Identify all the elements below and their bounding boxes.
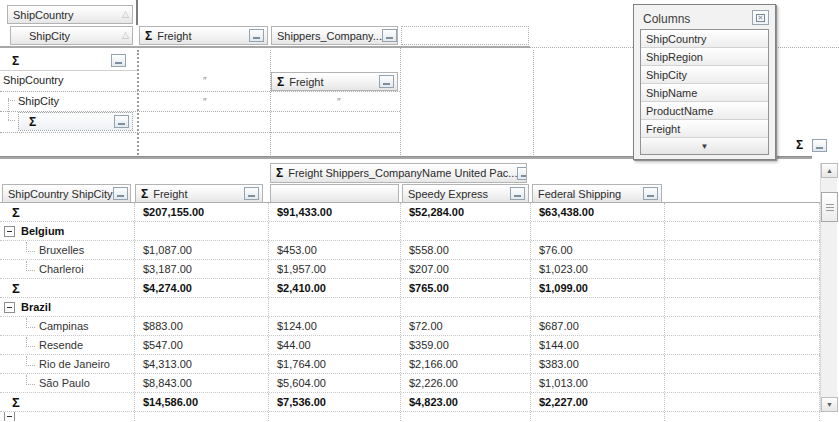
filter-dropdown-icon[interactable]: [113, 187, 128, 200]
cell-speedy-express[interactable]: $52,284.00: [400, 203, 530, 221]
field-list-item[interactable]: ShipCity: [641, 66, 768, 84]
layout-row-shipcity[interactable]: ShipCity: [18, 95, 59, 107]
cell-federal-shipping[interactable]: $383.00: [530, 355, 664, 373]
cell-freight-total[interactable]: $8,843.00: [134, 374, 268, 392]
field-list-item[interactable]: Freight: [641, 120, 768, 138]
grand-total-row-slot[interactable]: Σ: [2, 52, 133, 69]
row-header-cell[interactable]: Belgium: [0, 222, 134, 240]
collapse-icon[interactable]: [4, 226, 15, 237]
cell-freight-total[interactable]: $547.00: [134, 336, 268, 354]
filter-dropdown-icon[interactable]: [111, 54, 126, 67]
cell-speedy-express[interactable]: $2,166.00: [400, 355, 530, 373]
cell-freight-total[interactable]: $3,187.00: [134, 260, 268, 278]
cell-speedy-express[interactable]: [400, 222, 530, 240]
cell-federal-shipping[interactable]: $76.00: [530, 241, 664, 259]
cell-united-package[interactable]: $124.00: [268, 317, 400, 335]
cell-freight-total[interactable]: $14,586.00: [134, 393, 268, 411]
cell-speedy-express[interactable]: $558.00: [400, 241, 530, 259]
cell-freight-total[interactable]: $1,087.00: [134, 241, 268, 259]
filter-dropdown-icon[interactable]: [244, 187, 259, 200]
cell-united-package[interactable]: $2,410.00: [268, 279, 400, 297]
cell-speedy-express[interactable]: $2,226.00: [400, 374, 530, 392]
column-span-header[interactable]: Σ Freight Shippers_CompanyName United Pa…: [270, 163, 527, 183]
cell-federal-shipping[interactable]: $144.00: [530, 336, 664, 354]
filter-dropdown-icon[interactable]: [114, 115, 129, 128]
field-list-item[interactable]: ProductName: [641, 102, 768, 120]
filter-dropdown-icon[interactable]: [510, 187, 525, 200]
cell-speedy-express[interactable]: $359.00: [400, 336, 530, 354]
cell-federal-shipping[interactable]: $1,099.00: [530, 279, 664, 297]
row-header-cell[interactable]: Σ: [0, 393, 134, 411]
column-header-speedy-express[interactable]: Speedy Express: [402, 184, 529, 203]
filter-dropdown-icon[interactable]: [249, 29, 264, 42]
cell-united-package[interactable]: $91,433.00: [268, 203, 400, 221]
cell-freight-total[interactable]: $4,313.00: [134, 355, 268, 373]
scroll-up-icon[interactable]: ▲: [821, 163, 838, 178]
cell-speedy-express[interactable]: $72.00: [400, 317, 530, 335]
filter-dropdown-icon[interactable]: [382, 29, 397, 42]
cell-united-package[interactable]: $5,604.00: [268, 374, 400, 392]
scrollbar-thumb[interactable]: [821, 192, 838, 222]
row-header-cell[interactable]: Brazil: [0, 298, 134, 316]
scroll-down-icon[interactable]: ▼: [821, 397, 838, 412]
data-field-freight[interactable]: Σ Freight: [139, 26, 268, 45]
cell-united-package[interactable]: $1,764.00: [268, 355, 400, 373]
filter-dropdown-icon[interactable]: [812, 139, 827, 152]
row-header-cell[interactable]: Charleroi: [0, 260, 134, 278]
cell-united-package[interactable]: $7,536.00: [268, 393, 400, 411]
row-field-shipcity[interactable]: ShipCity △: [10, 26, 133, 45]
layout-data-field-freight[interactable]: Σ Freight: [271, 72, 398, 91]
collapse-icon[interactable]: [4, 302, 15, 313]
field-list-item[interactable]: ShipRegion: [641, 48, 768, 66]
row-header-cell[interactable]: Resende: [0, 336, 134, 354]
cell-freight-total[interactable]: [134, 222, 268, 240]
row-header-cell[interactable]: Campinas: [0, 317, 134, 335]
cell-speedy-express[interactable]: [400, 298, 530, 316]
row-header-cell[interactable]: São Paulo: [0, 374, 134, 392]
column-header-federal-shipping[interactable]: Federal Shipping: [532, 184, 662, 203]
cell-freight-total[interactable]: $207,155.00: [134, 203, 268, 221]
cell-united-package[interactable]: [268, 222, 400, 240]
cell-freight-total[interactable]: $883.00: [134, 317, 268, 335]
column-header-united-package[interactable]: [270, 184, 399, 203]
cell-freight-total[interactable]: [134, 298, 268, 316]
cell-freight-total[interactable]: [134, 412, 268, 421]
cell-federal-shipping[interactable]: $2,227.00: [530, 393, 664, 411]
layout-row-shipcountry[interactable]: ShipCountry: [3, 74, 64, 86]
vertical-scrollbar[interactable]: ▲ ▼: [820, 163, 837, 412]
row-header-cell[interactable]: Σ: [0, 279, 134, 297]
row-header-cell[interactable]: [0, 412, 134, 421]
cell-united-package[interactable]: $44.00: [268, 336, 400, 354]
cell-federal-shipping[interactable]: $687.00: [530, 317, 664, 335]
field-list-dropdown-button[interactable]: ▼: [641, 138, 768, 155]
cell-federal-shipping[interactable]: $1,023.00: [530, 260, 664, 278]
cell-united-package[interactable]: $453.00: [268, 241, 400, 259]
collapse-icon[interactable]: [4, 412, 15, 421]
cell-federal-shipping[interactable]: [530, 222, 664, 240]
data-header-freight[interactable]: Σ Freight: [135, 184, 263, 203]
cell-united-package[interactable]: $1,957.00: [268, 260, 400, 278]
row-header-cell[interactable]: Bruxelles: [0, 241, 134, 259]
cell-federal-shipping[interactable]: [530, 298, 664, 316]
cell-federal-shipping[interactable]: [530, 412, 664, 421]
data-area-indicator[interactable]: Σ: [796, 138, 827, 152]
cell-speedy-express[interactable]: $765.00: [400, 279, 530, 297]
cell-united-package[interactable]: [268, 412, 400, 421]
close-button[interactable]: ✕: [752, 10, 769, 25]
column-field-shippers[interactable]: Shippers_Company...: [271, 26, 398, 45]
cell-speedy-express[interactable]: $207.00: [400, 260, 530, 278]
empty-field-slot[interactable]: [401, 26, 529, 45]
filter-dropdown-icon[interactable]: [379, 75, 394, 88]
row-header-cell[interactable]: Rio de Janeiro: [0, 355, 134, 373]
cell-federal-shipping[interactable]: $1,013.00: [530, 374, 664, 392]
row-field-shipcountry[interactable]: ShipCountry △: [7, 5, 133, 24]
subtotal-row-slot[interactable]: Σ: [18, 112, 133, 131]
cell-federal-shipping[interactable]: $63,438.00: [530, 203, 664, 221]
filter-dropdown-icon[interactable]: [517, 167, 527, 180]
cell-speedy-express[interactable]: [400, 412, 530, 421]
cell-united-package[interactable]: [268, 298, 400, 316]
field-list-item[interactable]: ShipCountry: [641, 30, 768, 48]
cell-speedy-express[interactable]: $4,823.00: [400, 393, 530, 411]
field-list-item[interactable]: ShipName: [641, 84, 768, 102]
cell-freight-total[interactable]: $4,274.00: [134, 279, 268, 297]
